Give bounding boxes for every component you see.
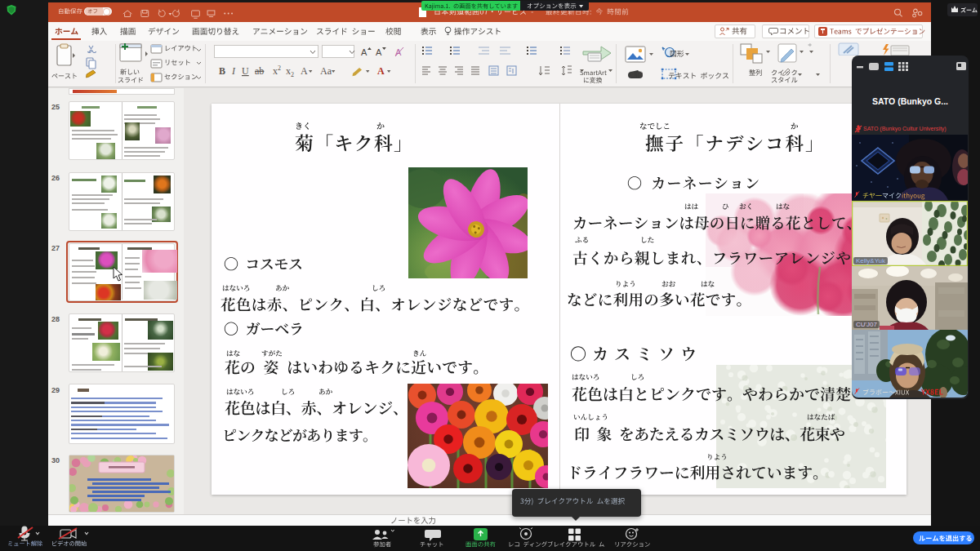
svg-text:A: A: [301, 65, 308, 77]
svg-text:U: U: [242, 65, 249, 77]
svg-text:A: A: [361, 47, 368, 57]
svg-text:I: I: [231, 65, 236, 77]
svg-text:B: B: [219, 65, 225, 77]
svg-text:Aa: Aa: [320, 65, 332, 77]
svg-text:A: A: [377, 65, 385, 77]
svg-text:ab: ab: [255, 65, 264, 77]
svg-text:2: 2: [291, 71, 294, 78]
svg-text:2: 2: [278, 64, 281, 72]
svg-text:A: A: [376, 47, 382, 57]
